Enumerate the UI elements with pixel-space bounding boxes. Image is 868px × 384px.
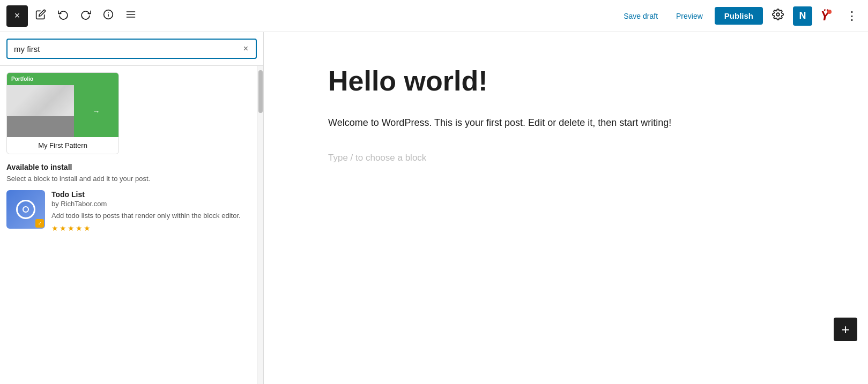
menu-button[interactable] bbox=[121, 6, 140, 26]
star-2: ★ bbox=[60, 224, 66, 232]
main-layout: × Portfolio bbox=[0, 32, 868, 384]
gear-icon bbox=[772, 9, 784, 23]
undo-button[interactable] bbox=[54, 6, 73, 26]
undo-icon bbox=[58, 9, 69, 22]
info-button[interactable] bbox=[99, 6, 118, 26]
plugin-thumb-bg: ✓ bbox=[6, 190, 45, 229]
available-section-subtitle: Select a block to install and add it to … bbox=[6, 175, 250, 183]
publish-button[interactable]: Publish bbox=[715, 7, 763, 25]
plugin-item[interactable]: ✓ Todo List by RichTabor.com Add todo li… bbox=[6, 190, 250, 232]
more-icon: ⋮ bbox=[846, 9, 858, 23]
plugin-info: Todo List by RichTabor.com Add todo list… bbox=[51, 190, 250, 232]
svg-point-6 bbox=[776, 13, 780, 16]
star-5: ★ bbox=[84, 224, 91, 232]
arrow-icon: → bbox=[92, 107, 100, 116]
available-section-title: Available to install bbox=[6, 163, 250, 171]
sidebar: × Portfolio bbox=[0, 32, 264, 384]
plugin-circle-icon bbox=[16, 200, 35, 219]
sidebar-scroll: Portfolio → My First Pattern bbox=[0, 66, 257, 384]
save-draft-button[interactable]: Save draft bbox=[617, 7, 664, 25]
pattern-thumb-inner: Portfolio → bbox=[7, 73, 118, 137]
post-title[interactable]: Hello world! bbox=[328, 64, 804, 97]
more-options-button[interactable]: ⋮ bbox=[842, 6, 862, 26]
pattern-photo-left bbox=[7, 85, 74, 137]
n-badge-label: N bbox=[799, 10, 806, 21]
search-input[interactable] bbox=[14, 44, 242, 54]
close-icon: × bbox=[14, 10, 20, 21]
preview-button[interactable]: Preview bbox=[670, 7, 709, 25]
pencil-icon bbox=[35, 9, 46, 22]
pattern-thumbnail: Portfolio → bbox=[7, 73, 118, 137]
yoast-dot bbox=[827, 10, 832, 14]
redo-button[interactable] bbox=[76, 6, 95, 26]
pattern-arrow-area: → bbox=[74, 85, 118, 137]
star-3: ★ bbox=[68, 224, 75, 232]
search-area: × bbox=[0, 32, 263, 66]
yoast-badge[interactable]: Ÿ bbox=[818, 6, 837, 26]
topbar-left-controls: × bbox=[6, 5, 140, 27]
sidebar-scrollbar bbox=[257, 66, 263, 384]
star-1: ★ bbox=[51, 224, 58, 232]
settings-button[interactable] bbox=[768, 6, 788, 26]
pattern-card[interactable]: Portfolio → My First Pattern bbox=[6, 72, 119, 154]
add-block-icon: + bbox=[841, 321, 849, 338]
pattern-name-label: My First Pattern bbox=[7, 137, 118, 154]
block-placeholder[interactable]: Type / to choose a block bbox=[328, 148, 804, 168]
search-clear-button[interactable]: × bbox=[242, 44, 249, 54]
plugin-circle-inner bbox=[23, 206, 29, 213]
pattern-photo: → bbox=[7, 85, 118, 137]
plugin-description: Add todo lists to posts that render only… bbox=[51, 211, 250, 221]
pattern-header-label: Portfolio bbox=[7, 73, 118, 85]
menu-icon bbox=[125, 9, 136, 22]
sidebar-scrollbar-thumb[interactable] bbox=[258, 70, 263, 113]
editor-area[interactable]: Hello world! Welcome to WordPress. This … bbox=[264, 32, 868, 384]
search-box: × bbox=[6, 39, 257, 59]
plugin-name-label: Todo List bbox=[51, 190, 250, 199]
post-content[interactable]: Welcome to WordPress. This is your first… bbox=[328, 115, 804, 131]
photo-simulation bbox=[7, 85, 74, 137]
redo-icon bbox=[80, 9, 91, 22]
close-block-button[interactable]: × bbox=[6, 5, 28, 27]
plugin-thumbnail: ✓ bbox=[6, 190, 45, 229]
clear-icon: × bbox=[243, 44, 248, 53]
plugin-badge-icon: ✓ bbox=[35, 219, 44, 228]
topbar-right-controls: Save draft Preview Publish N Ÿ ⋮ bbox=[617, 6, 862, 26]
available-section: Available to install Select a block to i… bbox=[6, 163, 250, 232]
info-icon bbox=[103, 9, 114, 22]
topbar: × bbox=[0, 0, 868, 32]
add-block-button[interactable]: + bbox=[834, 318, 857, 341]
plugin-stars: ★ ★ ★ ★ ★ bbox=[51, 224, 250, 232]
pencil-button[interactable] bbox=[31, 6, 50, 26]
star-4: ★ bbox=[76, 224, 83, 232]
plugin-author-label: by RichTabor.com bbox=[51, 200, 250, 208]
n-badge[interactable]: N bbox=[793, 6, 812, 26]
